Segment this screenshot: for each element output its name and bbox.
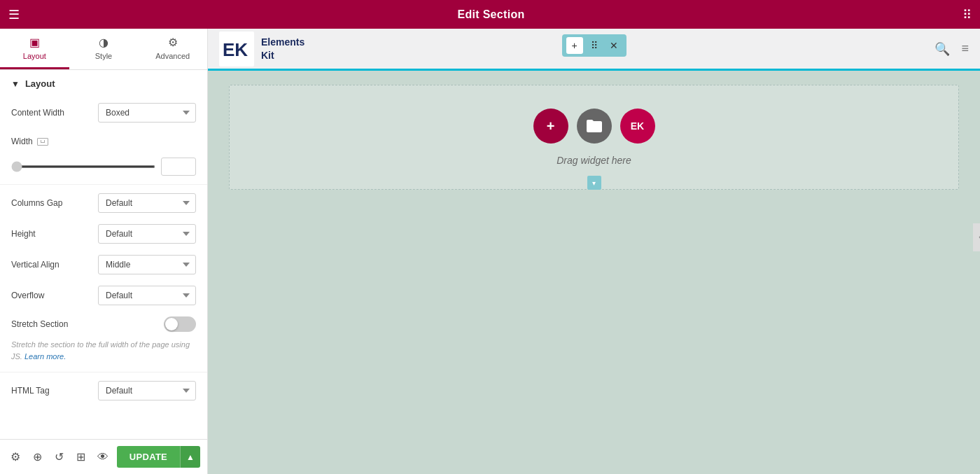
- preview-icon-btn[interactable]: ⊞: [73, 447, 89, 468]
- eye-icon-btn[interactable]: 👁: [94, 447, 111, 468]
- tab-layout-label: Layout: [23, 52, 46, 60]
- canvas-logo: EK ElementsKit: [219, 32, 304, 67]
- main-layout: ▣ Layout ◑ Style ⚙ Advanced ▼ Layout Con…: [0, 29, 980, 474]
- overflow-control: Default Hidden: [98, 286, 196, 305]
- width-slider-row: [0, 155, 207, 181]
- columns-gap-control: Default No Gap Narrow Extended Wide: [98, 193, 196, 213]
- section-box: + EK Drag widget here ▾: [229, 85, 959, 190]
- content-width-select[interactable]: Boxed Full Width: [98, 103, 196, 123]
- sidebar-content: ▼ Layout Content Width Boxed Full Width …: [0, 70, 207, 439]
- vertical-align-control: Top Middle Bottom: [98, 255, 196, 274]
- layout-section-title: Layout: [25, 78, 55, 89]
- hamburger-icon[interactable]: ☰: [8, 7, 20, 22]
- tab-style-label: Style: [95, 52, 112, 60]
- folder-widget-button[interactable]: [577, 109, 612, 144]
- height-label: Height: [11, 229, 98, 239]
- floating-close-btn[interactable]: ✕: [606, 37, 622, 54]
- tabs-container: ▣ Layout ◑ Style ⚙ Advanced: [0, 29, 207, 70]
- search-icon[interactable]: 🔍: [934, 41, 950, 57]
- section-resize-handle[interactable]: ▾: [587, 176, 601, 190]
- ek-widget-button[interactable]: EK: [620, 109, 655, 144]
- overflow-select[interactable]: Default Hidden: [98, 286, 196, 305]
- menu-icon[interactable]: ≡: [961, 41, 969, 56]
- grid-icon[interactable]: ⠿: [962, 7, 972, 22]
- canvas-area: EK ElementsKit + ⠿ ✕ 🔍 ≡: [208, 29, 980, 474]
- height-control: Default Fit To Screen Min Height: [98, 224, 196, 244]
- drag-widget-text: Drag widget here: [556, 155, 631, 166]
- floating-grid-btn[interactable]: ⠿: [586, 37, 603, 54]
- advanced-tab-icon: ⚙: [168, 36, 178, 49]
- layout-tab-icon: ▣: [29, 36, 40, 49]
- stretch-section-desc: Stretch the section to the full width of…: [0, 337, 207, 369]
- section-arrow-icon: ▼: [11, 79, 20, 89]
- tab-layout[interactable]: ▣ Layout: [0, 29, 69, 69]
- html-tag-control: Default div header footer section: [98, 381, 196, 400]
- layout-section-header[interactable]: ▼ Layout: [0, 70, 207, 97]
- width-slider-wrap: [11, 165, 155, 168]
- floating-bar: + ⠿ ✕: [562, 34, 626, 57]
- canvas-body: + EK Drag widget here ▾: [208, 71, 980, 474]
- update-arrow-button[interactable]: ▲: [180, 446, 200, 468]
- columns-gap-label: Columns Gap: [11, 198, 98, 208]
- overflow-row: Overflow Default Hidden: [0, 280, 207, 311]
- divider-2: [0, 372, 207, 372]
- tab-advanced-label: Advanced: [155, 52, 190, 60]
- height-row: Height Default Fit To Screen Min Height: [0, 218, 207, 249]
- top-bar: ☰ Edit Section ⠿: [0, 0, 980, 29]
- style-tab-icon: ◑: [99, 36, 108, 49]
- svg-text:EK: EK: [223, 39, 248, 60]
- layers-icon-btn[interactable]: ⊕: [29, 447, 45, 468]
- vertical-align-select[interactable]: Top Middle Bottom: [98, 255, 196, 274]
- update-button[interactable]: UPDATE: [117, 446, 180, 468]
- toggle-thumb: [165, 318, 178, 330]
- page-title: Edit Section: [20, 8, 962, 21]
- width-input[interactable]: [161, 158, 196, 176]
- vertical-align-label: Vertical Align: [11, 260, 98, 270]
- width-slider[interactable]: [11, 165, 155, 168]
- tab-style[interactable]: ◑ Style: [69, 29, 139, 69]
- ek-logo-icon: EK: [219, 32, 254, 67]
- html-tag-select[interactable]: Default div header footer section: [98, 381, 196, 400]
- widget-buttons: + EK: [533, 109, 655, 144]
- tab-advanced[interactable]: ⚙ Advanced: [138, 29, 207, 69]
- width-row: Width: [0, 128, 207, 155]
- height-select[interactable]: Default Fit To Screen Min Height: [98, 224, 196, 244]
- canvas-topbar: EK ElementsKit + ⠿ ✕ 🔍 ≡: [208, 29, 980, 69]
- content-width-control: Boxed Full Width: [98, 103, 196, 123]
- overflow-label: Overflow: [11, 291, 98, 300]
- settings-icon-btn[interactable]: ⚙: [7, 447, 23, 468]
- content-width-label: Content Width: [11, 108, 98, 118]
- columns-gap-select[interactable]: Default No Gap Narrow Extended Wide: [98, 193, 196, 213]
- width-label: Width: [11, 137, 196, 146]
- learn-more-link[interactable]: Learn more.: [24, 352, 66, 361]
- stretch-section-toggle[interactable]: NO: [164, 316, 196, 332]
- monitor-icon: [37, 138, 48, 146]
- add-widget-button[interactable]: +: [533, 109, 568, 144]
- html-tag-row: HTML Tag Default div header footer secti…: [0, 375, 207, 406]
- floating-add-btn[interactable]: +: [566, 37, 583, 54]
- stretch-section-label: Stretch Section: [11, 319, 98, 329]
- vertical-align-row: Vertical Align Top Middle Bottom: [0, 249, 207, 280]
- content-width-row: Content Width Boxed Full Width: [0, 97, 207, 128]
- columns-gap-row: Columns Gap Default No Gap Narrow Extend…: [0, 188, 207, 218]
- bottom-bar: ⚙ ⊕ ↺ ⊞ 👁 UPDATE ▲: [0, 439, 207, 474]
- stretch-section-row: Stretch Section NO: [0, 311, 207, 337]
- sidebar: ▣ Layout ◑ Style ⚙ Advanced ▼ Layout Con…: [0, 29, 208, 474]
- logo-text: ElementsKit: [261, 36, 304, 61]
- divider-1: [0, 184, 207, 185]
- history-icon-btn[interactable]: ↺: [51, 447, 67, 468]
- html-tag-label: HTML Tag: [11, 386, 98, 396]
- canvas-top-right: 🔍 ≡: [934, 41, 969, 57]
- update-group: UPDATE ▲: [117, 446, 200, 468]
- stretch-section-toggle-wrap: NO: [98, 316, 196, 332]
